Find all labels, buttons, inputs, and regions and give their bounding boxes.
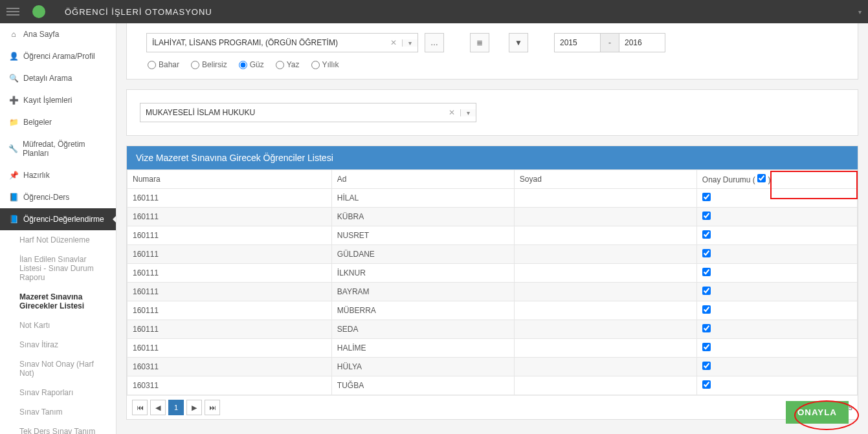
- filter-button[interactable]: ▼: [509, 33, 528, 52]
- table-row[interactable]: 160111 MÜBERRA: [128, 301, 858, 320]
- row-onay-checkbox[interactable]: [702, 230, 711, 239]
- sidebar-item-label: Öğrenci Arama/Profil: [23, 52, 95, 61]
- term-radio-label: Bahar: [159, 60, 179, 69]
- sidebar-item-4[interactable]: 📁Belgeler: [0, 111, 116, 133]
- cell-numara: 160111: [128, 245, 332, 264]
- sidebar-sub-8-7[interactable]: Sınav Tanım: [0, 402, 116, 422]
- sidebar-item-8[interactable]: 📘Öğrenci-Değerlendirme: [0, 208, 116, 230]
- year-to-input[interactable]: [619, 34, 665, 52]
- term-radio-bahar[interactable]: Bahar: [148, 60, 179, 69]
- cell-ad: MÜBERRA: [331, 301, 514, 320]
- menu-toggle-icon[interactable]: [6, 2, 26, 21]
- pager: ⏮ ◀ 1 ▶ ⏭ 1 - 11 of 11 items: [127, 395, 858, 419]
- sidebar-sub-8-4[interactable]: Sınav İtiraz: [0, 335, 116, 354]
- pin-icon: 📌: [8, 171, 19, 180]
- sidebar-sub-8-5[interactable]: Sınav Not Onay (Harf Not): [0, 354, 116, 383]
- pager-prev[interactable]: ◀: [150, 400, 166, 415]
- wrench-icon: 🔧: [8, 144, 19, 153]
- row-onay-checkbox[interactable]: [702, 249, 711, 257]
- students-table: Numara Ad Soyad Onay Durumu ( ) 160111 H…: [127, 169, 858, 395]
- sidebar-item-7[interactable]: 📘Öğrenci-Ders: [0, 186, 116, 208]
- program-dropdown-icon[interactable]: ▾: [402, 39, 417, 47]
- col-onay[interactable]: Onay Durumu ( ): [696, 170, 857, 189]
- onayla-button[interactable]: ONAYLA: [786, 401, 849, 424]
- term-radio-güz[interactable]: Güz: [239, 60, 264, 69]
- cell-numara: 160111: [128, 226, 332, 245]
- sidebar-sub-8-0[interactable]: Harf Not Düzenleme: [0, 230, 116, 250]
- sidebar-item-2[interactable]: 🔍Detaylı Arama: [0, 67, 116, 89]
- table-row[interactable]: 160311 TUĞBA: [128, 376, 858, 395]
- cell-soyad: [514, 376, 696, 395]
- term-radio-input[interactable]: [311, 61, 320, 69]
- cell-numara: 160311: [128, 376, 332, 395]
- sidebar-item-6[interactable]: 📌Hazırlık: [0, 164, 116, 186]
- sidebar-sub-8-3[interactable]: Not Kartı: [0, 316, 116, 335]
- table-row[interactable]: 160111 NUSRET: [128, 226, 858, 245]
- cell-numara: 160111: [128, 189, 332, 208]
- table-row[interactable]: 160111 İLKNUR: [128, 264, 858, 283]
- course-panel: ✕ ▾: [126, 89, 858, 136]
- course-clear-icon[interactable]: ✕: [449, 108, 455, 117]
- program-input[interactable]: [152, 38, 386, 47]
- program-clear-icon[interactable]: ✕: [390, 38, 397, 47]
- sidebar-sub-8-8[interactable]: Tek Ders Sınav Tanım: [0, 422, 116, 434]
- cell-ad: NUSRET: [331, 226, 514, 245]
- course-dropdown-icon[interactable]: ▾: [460, 109, 476, 116]
- row-onay-checkbox[interactable]: [702, 268, 711, 276]
- col-numara[interactable]: Numara: [128, 170, 332, 189]
- list-view-button[interactable]: ≣: [470, 33, 489, 52]
- row-onay-checkbox[interactable]: [702, 343, 711, 351]
- table-row[interactable]: 160111 GÜLDANE: [128, 245, 858, 264]
- cell-numara: 160111: [128, 339, 332, 358]
- col-ad[interactable]: Ad: [331, 170, 514, 189]
- sidebar-item-1[interactable]: 👤Öğrenci Arama/Profil: [0, 45, 116, 67]
- app-title: ÖĞRENCİ İŞLERİ OTOMASYONU: [65, 7, 212, 17]
- row-onay-checkbox[interactable]: [702, 305, 711, 314]
- sidebar-sub-8-2[interactable]: Mazeret Sınavına Girecekler Listesi: [0, 287, 116, 316]
- sidebar-item-5[interactable]: 🔧Müfredat, Öğretim Planları: [0, 133, 116, 164]
- cell-soyad: [514, 264, 696, 283]
- row-onay-checkbox[interactable]: [702, 362, 711, 370]
- table-row[interactable]: 160111 HALİME: [128, 339, 858, 358]
- sidebar-item-label: Öğrenci-Ders: [23, 193, 69, 202]
- term-radio-input[interactable]: [191, 61, 199, 69]
- table-row[interactable]: 160111 BAYRAM: [128, 283, 858, 301]
- sidebar-sub-8-1[interactable]: İlan Edilen Sınavlar Listesi - Sınav Dur…: [0, 250, 116, 287]
- row-onay-checkbox[interactable]: [702, 212, 711, 220]
- browse-button[interactable]: …: [425, 33, 444, 52]
- cell-ad: KÜBRA: [331, 208, 514, 226]
- book-icon: 📘: [8, 215, 19, 224]
- row-onay-checkbox[interactable]: [702, 287, 711, 295]
- user-menu-caret[interactable]: ▾: [858, 8, 862, 16]
- table-row[interactable]: 160111 KÜBRA: [128, 208, 858, 226]
- course-input[interactable]: [146, 108, 445, 117]
- pager-last[interactable]: ⏭: [205, 400, 220, 415]
- pager-first[interactable]: ⏮: [132, 400, 148, 415]
- sidebar-item-3[interactable]: ➕Kayıt İşlemleri: [0, 89, 116, 111]
- year-range: -: [554, 33, 665, 52]
- col-onay-label: Onay Durumu (: [702, 175, 755, 184]
- row-onay-checkbox[interactable]: [702, 324, 711, 332]
- pager-next[interactable]: ▶: [186, 400, 202, 415]
- year-from-input[interactable]: [555, 34, 600, 52]
- onay-all-checkbox[interactable]: [757, 174, 766, 182]
- term-radio-yaz[interactable]: Yaz: [276, 60, 300, 69]
- term-radio-belirsiz[interactable]: Belirsiz: [191, 60, 227, 69]
- course-select[interactable]: ✕ ▾: [140, 103, 476, 122]
- program-select[interactable]: ✕ ▾: [146, 33, 418, 52]
- cell-onay: [696, 376, 857, 395]
- col-soyad[interactable]: Soyad: [514, 170, 696, 189]
- table-row[interactable]: 160111 SEDA: [128, 320, 858, 339]
- sidebar-item-0[interactable]: ⌂Ana Sayfa: [0, 23, 116, 45]
- term-radio-input[interactable]: [148, 61, 156, 69]
- pager-page-1[interactable]: 1: [168, 400, 184, 415]
- term-radio-yıllık[interactable]: Yıllık: [311, 60, 339, 69]
- table-row[interactable]: 160111 HİLAL: [128, 189, 858, 208]
- term-radio-input[interactable]: [276, 61, 284, 69]
- row-onay-checkbox[interactable]: [702, 380, 711, 389]
- term-radio-input[interactable]: [239, 61, 247, 69]
- row-onay-checkbox[interactable]: [702, 193, 711, 201]
- sidebar-sub-8-6[interactable]: Sınav Raporları: [0, 383, 116, 402]
- cell-onay: [696, 245, 857, 264]
- table-row[interactable]: 160311 HÜLYA: [128, 358, 858, 376]
